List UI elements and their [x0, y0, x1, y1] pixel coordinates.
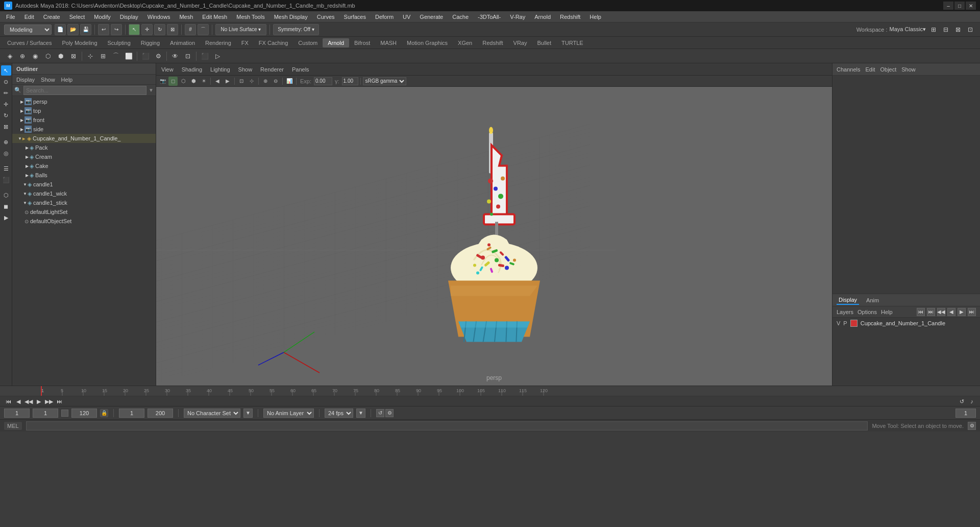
expand-arrow-wick[interactable]: ▼ — [22, 191, 28, 196]
tab-bullet[interactable]: Bullet — [532, 38, 557, 47]
status-settings-btn[interactable]: ⚙ — [968, 422, 976, 430]
anim-tab[interactable]: Anim — [864, 296, 881, 304]
timeline-current-input[interactable] — [955, 409, 976, 418]
snap-curve2-btn[interactable]: ⌒ — [110, 51, 121, 62]
tab-redshift[interactable]: Redshift — [477, 38, 508, 47]
layer-nav-next[interactable]: ⏭ — [927, 308, 935, 316]
tl-play-back[interactable]: ◀◀ — [24, 397, 33, 405]
snap-grid2-btn[interactable]: ⊞ — [97, 51, 109, 62]
vp-view-menu[interactable]: View — [158, 65, 177, 74]
show-isolate-btn[interactable]: 👁 — [169, 51, 181, 62]
rotate-tool-btn[interactable]: ↻ — [154, 24, 165, 35]
no-character-dropdown[interactable]: No Character Set — [184, 409, 240, 418]
select-verts-btn[interactable]: ◉ — [30, 51, 41, 62]
display-tab[interactable]: Display — [837, 296, 859, 305]
layer-p-btn[interactable]: P — [843, 320, 847, 326]
outliner-item-front[interactable]: ▶ 📷 front — [12, 115, 156, 125]
no-anim-layer-dropdown[interactable]: No Anim Layer — [263, 409, 314, 418]
vp-show-menu[interactable]: Show — [235, 65, 256, 74]
title-bar-controls[interactable]: – □ ✕ — [943, 2, 976, 10]
select-tool[interactable]: ↖ — [1, 65, 11, 76]
right-icon1[interactable]: ⊞ — [928, 24, 939, 35]
layer-v-btn[interactable]: V — [837, 320, 840, 326]
menu-mesh-tools[interactable]: Mesh Tools — [232, 13, 268, 21]
tab-mash[interactable]: MASH — [375, 38, 402, 47]
vp-panels-menu[interactable]: Panels — [289, 65, 312, 74]
tab-xgen[interactable]: XGen — [453, 38, 477, 47]
tl-play-fwd[interactable]: ▶▶ — [45, 397, 53, 405]
viewport-canvas[interactable]: persp — [156, 87, 832, 386]
menu-generate[interactable]: Generate — [415, 13, 447, 21]
outliner-item-default-light-set[interactable]: ⊙ defaultLightSet — [12, 207, 156, 217]
menu-redshift[interactable]: Redshift — [556, 13, 584, 21]
undo-btn[interactable]: ↩ — [98, 24, 109, 35]
command-input[interactable] — [26, 421, 868, 430]
move-tool-btn[interactable]: ✛ — [141, 24, 153, 35]
outliner-show-menu[interactable]: Show — [39, 76, 57, 83]
tl-step-back[interactable]: ◀ — [14, 397, 22, 405]
vp-camera-icon[interactable]: 📷 — [158, 77, 167, 86]
right-icon2[interactable]: ⊟ — [940, 24, 951, 35]
tab-sculpting[interactable]: Sculpting — [103, 38, 136, 47]
right-icon4[interactable]: ⊡ — [965, 24, 976, 35]
vp-next-btn[interactable]: ▶ — [223, 77, 232, 86]
tab-custom[interactable]: Custom — [293, 38, 323, 47]
menu-file[interactable]: File — [2, 13, 19, 21]
menu-mesh-display[interactable]: Mesh Display — [270, 13, 312, 21]
menu-surfaces[interactable]: Surfaces — [340, 13, 370, 21]
display-toggle-btn[interactable]: ⬛ — [199, 51, 210, 62]
range-start2-input[interactable] — [119, 409, 144, 418]
vp-prev-btn[interactable]: ◀ — [213, 77, 222, 86]
layer-step-fwd[interactable]: ⏭ — [968, 308, 976, 316]
mode-dropdown[interactable]: Modeling — [4, 25, 52, 35]
select-tool-btn[interactable]: ↖ — [129, 24, 140, 35]
select-by-obj-btn[interactable]: ◈ — [4, 51, 15, 62]
expand-arrow-cream[interactable]: ▶ — [24, 154, 30, 159]
select-hierarchy-btn[interactable]: ⊕ — [17, 51, 28, 62]
tab-vray[interactable]: VRay — [508, 38, 532, 47]
lasso-tool[interactable]: ⊙ — [1, 77, 11, 87]
outliner-item-candle1-stick[interactable]: ▼ ◈ candle1_stick — [12, 198, 156, 207]
tab-animation[interactable]: Animation — [165, 38, 200, 47]
current-frame-input[interactable] — [4, 409, 30, 418]
tl-play[interactable]: ▶ — [35, 397, 43, 405]
menu-edit-mesh[interactable]: Edit Mesh — [198, 13, 231, 21]
workspace-name[interactable]: Maya Classic▾ — [890, 26, 926, 33]
expand-arrow-balls[interactable]: ▶ — [24, 173, 30, 178]
redo-btn[interactable]: ↪ — [111, 24, 122, 35]
outliner-item-balls[interactable]: ▶ ◈ Balls — [12, 171, 156, 180]
tab-bifrost[interactable]: Bifrost — [349, 38, 375, 47]
close-button[interactable]: ✕ — [966, 2, 976, 10]
tab-fx-caching[interactable]: FX Caching — [254, 38, 293, 47]
tab-poly-modeling[interactable]: Poly Modeling — [57, 38, 102, 47]
layers-btn[interactable]: ⬛ — [1, 175, 11, 185]
show-all-btn[interactable]: ⊡ — [182, 51, 193, 62]
menu-3dtoall[interactable]: -3DToAll- — [474, 13, 505, 21]
edit-header-item[interactable]: Edit — [865, 66, 875, 73]
menu-edit[interactable]: Edit — [20, 13, 38, 21]
tab-curves-surfaces[interactable]: Curves / Surfaces — [2, 38, 57, 47]
menu-cache[interactable]: Cache — [448, 13, 473, 21]
vp-exposure-input[interactable] — [314, 77, 332, 85]
menu-help[interactable]: Help — [585, 13, 605, 21]
vp-gamma-input[interactable] — [342, 77, 358, 85]
outliner-help-menu[interactable]: Help — [59, 76, 75, 83]
render-cam[interactable]: ⬡ — [1, 190, 11, 200]
mel-python-toggle[interactable]: MEL — [4, 422, 22, 430]
select-edges-btn[interactable]: ⬡ — [42, 51, 54, 62]
search-filter-btn[interactable]: ▼ — [149, 87, 154, 93]
outliner-item-candle1[interactable]: ▼ ◈ candle1 — [12, 180, 156, 189]
vp-snap-btn[interactable]: ⊹ — [247, 77, 256, 86]
vp-channel-btn[interactable]: 📊 — [285, 77, 294, 86]
maximize-button[interactable]: □ — [954, 2, 965, 10]
timeline-ruler[interactable]: 1 5 10 15 20 25 30 35 40 45 50 55 60 — [0, 386, 980, 396]
soft-select[interactable]: ◎ — [1, 148, 11, 158]
outliner-item-cupcake-group[interactable]: ▼ ▸ ◈ Cupcake_and_Number_1_Candle_ — [12, 134, 156, 143]
expand-arrow-top[interactable]: ▶ — [19, 108, 24, 113]
tab-fx[interactable]: FX — [236, 38, 254, 47]
object-header-item[interactable]: Object — [880, 66, 896, 73]
layer-play-back[interactable]: ◀◀ — [937, 308, 945, 316]
outliner-item-side[interactable]: ▶ 📷 side — [12, 125, 156, 134]
fps-dropdown-btn[interactable]: ▼ — [356, 409, 365, 418]
expand-arrow-front[interactable]: ▶ — [19, 117, 24, 123]
